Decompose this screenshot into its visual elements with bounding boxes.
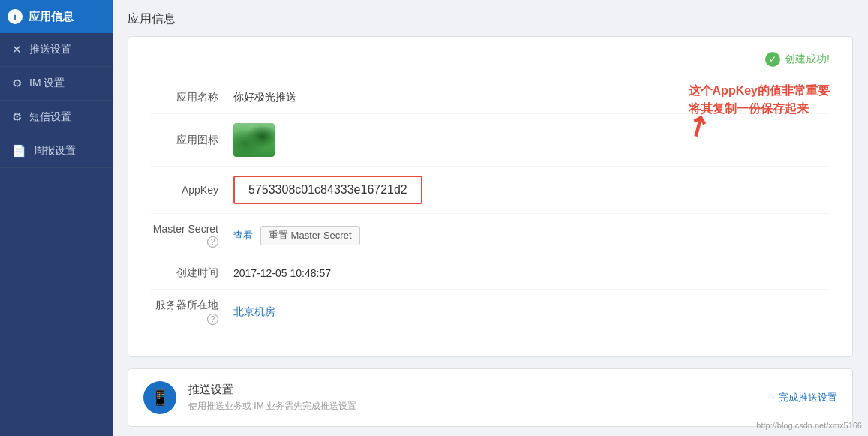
app-icon — [233, 123, 275, 157]
push-settings-text: 推送设置 使用推送业务或 IM 业务需先完成推送设置 — [188, 383, 754, 413]
appkey-value: 5753308c01c84333e16721d2 — [233, 176, 830, 204]
push-settings-icon: ✕ — [12, 43, 22, 56]
info-icon: i — [8, 9, 23, 24]
created-label: 创建时间 — [151, 266, 233, 280]
app-icon-row: 应用图标 — [151, 114, 830, 167]
sidebar-item-push-settings-label: 推送设置 — [29, 43, 71, 56]
annotation-line2: 将其复制一份保存起来 — [689, 100, 830, 118]
created-value: 2017-12-05 10:48:57 — [233, 267, 830, 279]
server-row: 服务器所在地 ? 北京机房 — [151, 290, 830, 334]
view-link[interactable]: 查看 — [233, 229, 253, 242]
sidebar-item-report-settings-label: 周报设置 — [34, 144, 76, 158]
sidebar-item-sms-settings[interactable]: ⚙ 短信设置 — [0, 101, 113, 134]
app-info-card: ✓ 创建成功! 这个AppKey的值非常重要 将其复制一份保存起来 ↙ 应用名称… — [128, 36, 853, 357]
created-row: 创建时间 2017-12-05 10:48:57 — [151, 257, 830, 290]
success-icon: ✓ — [765, 52, 780, 67]
form-table: 应用名称 你好极光推送 应用图标 AppKey 5753308c01c84333… — [151, 82, 830, 334]
sidebar-item-im-settings-label: IM 设置 — [29, 77, 65, 90]
reset-master-secret-button[interactable]: 重置 Master Secret — [260, 226, 360, 245]
master-secret-label: Master Secret ? — [151, 223, 233, 248]
annotation-line1: 这个AppKey的值非常重要 — [689, 82, 830, 100]
server-value: 北京机房 — [233, 305, 830, 319]
master-secret-help-icon[interactable]: ? — [207, 236, 218, 248]
app-icon-inner — [233, 123, 275, 157]
card-header: ✓ 创建成功! — [151, 52, 830, 67]
sidebar: i 应用信息 ✕ 推送设置 ⚙ IM 设置 ⚙ 短信设置 📄 周报设置 — [0, 0, 113, 436]
sidebar-header-label: 应用信息 — [29, 10, 74, 24]
master-secret-value: 查看 重置 Master Secret — [233, 226, 830, 245]
sidebar-item-push-settings[interactable]: ✕ 推送设置 — [0, 33, 113, 67]
push-settings-icon: 📱 — [143, 381, 176, 414]
main-content: 应用信息 ✓ 创建成功! 这个AppKey的值非常重要 将其复制一份保存起来 ↙… — [113, 0, 868, 436]
sidebar-item-im-settings[interactable]: ⚙ IM 设置 — [0, 67, 113, 101]
push-settings-card: 📱 推送设置 使用推送业务或 IM 业务需先完成推送设置 → 完成推送设置 — [128, 368, 853, 427]
server-label: 服务器所在地 ? — [151, 299, 233, 325]
app-icon-value — [233, 123, 830, 157]
master-secret-row: Master Secret ? 查看 重置 Master Secret — [151, 214, 830, 257]
sidebar-header[interactable]: i 应用信息 — [0, 0, 113, 33]
success-text: 创建成功! — [785, 53, 830, 66]
server-help-icon[interactable]: ? — [207, 314, 218, 325]
sms-settings-icon: ⚙ — [12, 110, 22, 124]
complete-push-settings-link[interactable]: → 完成推送设置 — [766, 391, 837, 404]
sidebar-item-report-settings[interactable]: 📄 周报设置 — [0, 134, 113, 168]
push-settings-title: 推送设置 — [188, 383, 754, 397]
app-name-label: 应用名称 — [151, 91, 233, 104]
im-settings-icon: ⚙ — [12, 77, 22, 90]
report-settings-icon: 📄 — [12, 144, 26, 158]
success-badge: ✓ 创建成功! — [765, 52, 830, 67]
appkey-label: AppKey — [151, 184, 233, 196]
app-icon-label: 应用图标 — [151, 134, 233, 147]
appkey-row: AppKey 5753308c01c84333e16721d2 — [151, 167, 830, 214]
page-title: 应用信息 — [128, 11, 853, 27]
appkey-box: 5753308c01c84333e16721d2 — [233, 176, 422, 204]
watermark: http://blog.csdn.net/xmx5166 — [756, 421, 862, 430]
sidebar-item-sms-settings-label: 短信设置 — [29, 110, 71, 124]
annotation: 这个AppKey的值非常重要 将其复制一份保存起来 ↙ — [689, 82, 830, 118]
push-settings-subtitle: 使用推送业务或 IM 业务需先完成推送设置 — [188, 400, 754, 413]
